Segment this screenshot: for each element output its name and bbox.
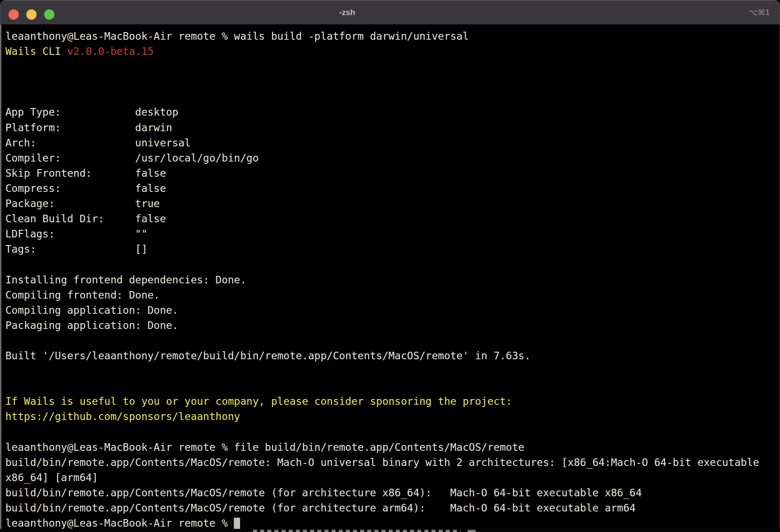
terminal-line: Packaging application: Done. <box>5 318 780 333</box>
terminal-line: leaanthony@Leas-MacBook-Air remote % wai… <box>5 29 780 44</box>
terminal-line: Arch: universal <box>5 135 780 150</box>
terminal-text: App Type: desktop <box>5 106 178 118</box>
terminal-line: Skip Frontend: false <box>5 166 780 181</box>
terminal-line: Compiler: /usr/local/go/bin/go <box>5 150 780 166</box>
terminal-line <box>5 257 780 272</box>
terminal-line: leaanthony@Leas-MacBook-Air remote % fil… <box>5 440 780 455</box>
terminal-line: x86_64] [arm64] <box>5 470 780 485</box>
terminal-line: build/bin/remote.app/Contents/MacOS/remo… <box>5 500 780 515</box>
zoom-button[interactable] <box>44 9 54 20</box>
terminal-text: Skip Frontend: false <box>5 167 166 179</box>
terminal-text: build/bin/remote.app/Contents/MacOS/remo… <box>5 502 635 514</box>
terminal-screen[interactable]: leaanthony@Leas-MacBook-Air remote % wai… <box>0 25 780 529</box>
terminal-line: App Type: desktop <box>5 104 780 120</box>
terminal-line: build/bin/remote.app/Contents/MacOS/remo… <box>5 455 780 470</box>
background-window-sliver <box>0 528 780 532</box>
terminal-line: build/bin/remote.app/Contents/MacOS/remo… <box>5 485 780 500</box>
terminal-text: Platform: darwin <box>5 122 172 133</box>
terminal-line: Installing frontend dependencies: Done. <box>5 272 780 287</box>
terminal-text: Clean Build Dir: false <box>5 213 166 224</box>
terminal-text: https://github.com/sponsors/leaanthony <box>5 411 240 422</box>
terminal-text: Package: true <box>5 198 160 209</box>
terminal-text: build/bin/remote.app/Contents/MacOS/remo… <box>5 487 642 499</box>
terminal-line: Compiling application: Done. <box>5 303 780 318</box>
terminal-text: LDFlags: "" <box>5 228 148 240</box>
terminal-line: LDFlags: "" <box>5 226 780 241</box>
terminal-text: Tags: [] <box>5 243 148 255</box>
window-title: -zsh <box>339 8 355 17</box>
terminal-line <box>5 74 780 89</box>
terminal-text: Built '/Users/leaanthony/remote/build/bi… <box>5 350 531 362</box>
terminal-line: Platform: darwin <box>5 120 780 135</box>
terminal-line: Built '/Users/leaanthony/remote/build/bi… <box>5 348 780 363</box>
terminal-window: -zsh ⌥⌘1 leaanthony@Leas-MacBook-Air rem… <box>0 0 780 529</box>
terminal-line <box>5 363 780 378</box>
terminal-text: Compiling frontend: Done. <box>5 289 160 301</box>
terminal-line: https://github.com/sponsors/leaanthony <box>5 409 780 424</box>
terminal-line: Package: true <box>5 196 780 211</box>
terminal-text: v2.0.0-beta.15 <box>67 46 154 57</box>
close-button[interactable] <box>8 9 19 20</box>
terminal-text: Wails CLI <box>5 46 67 57</box>
terminal-text: Compress: false <box>5 183 166 194</box>
terminal-text: leaanthony@Leas-MacBook-Air remote % <box>5 517 234 529</box>
window-shortcut-badge: ⌥⌘1 <box>749 8 770 17</box>
terminal-line: If Wails is useful to you or your compan… <box>5 394 780 409</box>
terminal-line: Tags: [] <box>5 241 780 257</box>
background-text-fragment <box>468 530 476 532</box>
terminal-line <box>5 333 780 348</box>
terminal-text: If Wails is useful to you or your compan… <box>5 395 512 407</box>
window-titlebar[interactable]: -zsh ⌥⌘1 <box>0 0 780 25</box>
terminal-text: Arch: universal <box>5 137 191 149</box>
traffic-lights <box>8 9 54 20</box>
minimize-button[interactable] <box>26 9 37 20</box>
terminal-line <box>5 424 780 439</box>
terminal-text: x86_64] [arm64] <box>5 472 98 483</box>
terminal-text: Compiling application: Done. <box>5 304 178 316</box>
terminal-text: leaanthony@Leas-MacBook-Air remote % wai… <box>5 30 469 42</box>
terminal-text: build/bin/remote.app/Contents/MacOS/remo… <box>5 457 759 468</box>
terminal-text: Compiler: /usr/local/go/bin/go <box>5 152 259 164</box>
terminal-line <box>5 59 780 74</box>
terminal-line <box>5 89 780 104</box>
terminal-text: Installing frontend dependencies: Done. <box>5 274 246 286</box>
terminal-line: Clean Build Dir: false <box>5 211 780 226</box>
background-text-fragments <box>253 530 461 532</box>
terminal-text: leaanthony@Leas-MacBook-Air remote % fil… <box>5 441 524 453</box>
terminal-text: Packaging application: Done. <box>5 320 178 331</box>
terminal-line: Compiling frontend: Done. <box>5 287 780 303</box>
terminal-line <box>5 378 780 394</box>
terminal-line: Compress: false <box>5 181 780 196</box>
terminal-line: Wails CLI v2.0.0-beta.15 <box>5 44 780 59</box>
terminal-cursor <box>234 518 240 529</box>
terminal-line: leaanthony@Leas-MacBook-Air remote % <box>5 515 780 529</box>
